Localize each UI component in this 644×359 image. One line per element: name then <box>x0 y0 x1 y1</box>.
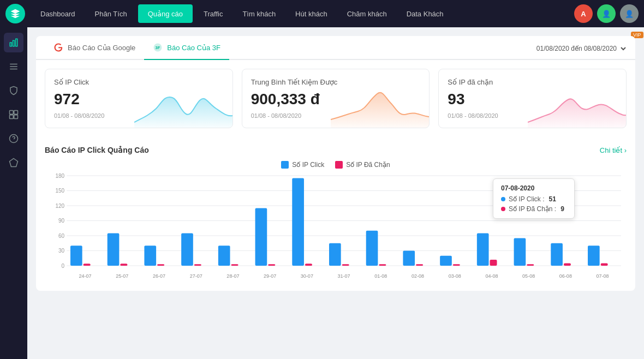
card-so-ip-chan: Số IP đã chặn 93 01/08 - 08/08/2020 <box>438 69 627 128</box>
cards-row: Số IP Click 972 01/08 - 08/08/2020 Trung… <box>36 60 635 137</box>
svg-text:25-07: 25-07 <box>116 273 128 279</box>
nav-hut-khach[interactable]: Hút khách <box>285 0 337 27</box>
svg-rect-1 <box>13 40 15 46</box>
date-range-selector[interactable]: 01/08/2020 đến 08/08/2020 <box>536 45 627 59</box>
legend-blue: Số IP Click <box>281 161 324 169</box>
svg-rect-38 <box>181 233 193 266</box>
svg-rect-44 <box>255 208 267 266</box>
svg-text:30: 30 <box>58 248 65 254</box>
svg-rect-6 <box>10 111 14 115</box>
svg-text:27-07: 27-07 <box>190 273 202 279</box>
svg-text:60: 60 <box>58 233 65 239</box>
nav-phan-tich[interactable]: Phân Tích <box>85 0 137 27</box>
legend-pink-label: Số IP Đã Chặn <box>346 161 390 169</box>
svg-rect-39 <box>194 264 201 266</box>
nav-cham-khach[interactable]: Chăm khách <box>337 0 397 27</box>
legend-blue-dot <box>281 161 289 169</box>
nav-traffic[interactable]: Traffic <box>194 0 232 27</box>
svg-rect-32 <box>108 233 120 266</box>
svg-rect-48 <box>305 264 312 266</box>
svg-text:06-08: 06-08 <box>559 273 572 279</box>
main-layout: Báo Cáo Của Google 3F Báo Cáo Của 3F 01/… <box>0 27 644 359</box>
nav-tim-khach[interactable]: Tìm khách <box>232 0 285 27</box>
svg-rect-50 <box>329 243 341 266</box>
date-range-text: 01/08/2020 đến 08/08/2020 <box>536 45 617 52</box>
svg-rect-68 <box>551 243 563 266</box>
sidebar-icon-list[interactable] <box>4 57 23 76</box>
nav-quang-cao[interactable]: Quảng cáo <box>138 4 193 23</box>
vip-avatar-wrap: 👤 VIP <box>620 4 639 23</box>
user-avatar-vip[interactable]: 👤 <box>620 4 639 23</box>
tab-3f[interactable]: 3F Báo Cáo Của 3F <box>144 36 229 60</box>
svg-rect-8 <box>10 115 14 119</box>
svg-rect-72 <box>601 263 608 266</box>
svg-rect-59 <box>440 256 452 266</box>
tab-google[interactable]: Báo Cáo Của Google <box>45 36 144 60</box>
svg-text:28-07: 28-07 <box>226 273 239 279</box>
content-area: Báo Cáo Của Google 3F Báo Cáo Của 3F 01/… <box>27 27 644 359</box>
svg-rect-65 <box>514 238 526 266</box>
svg-rect-57 <box>416 264 423 266</box>
svg-text:04-08: 04-08 <box>485 273 498 279</box>
svg-rect-69 <box>564 263 571 266</box>
svg-rect-47 <box>292 178 304 266</box>
legend-blue-label: Số IP Click <box>292 161 324 169</box>
nav-items: Dashboard Phân Tích Quảng cáo Traffic Tì… <box>31 0 574 27</box>
svg-text:90: 90 <box>58 218 65 224</box>
svg-text:3F: 3F <box>156 45 160 50</box>
svg-text:03-08: 03-08 <box>449 273 461 279</box>
sidebar-icon-help[interactable] <box>4 129 23 148</box>
chi-tiet-link[interactable]: Chi tiết › <box>600 146 627 154</box>
sidebar-icon-puzzle[interactable] <box>4 105 23 124</box>
svg-rect-0 <box>10 43 11 46</box>
legend-pink: Số IP Đã Chặn <box>335 161 390 169</box>
svg-rect-63 <box>490 260 497 266</box>
svg-text:31-07: 31-07 <box>338 273 350 279</box>
bar-chart-svg: 030609012015018024-0725-0726-0727-0728-0… <box>45 173 627 282</box>
legend-pink-dot <box>335 161 343 169</box>
svg-text:120: 120 <box>55 203 64 209</box>
tab-google-label: Báo Cáo Của Google <box>68 44 135 52</box>
logo <box>5 4 25 23</box>
svg-rect-2 <box>16 39 17 46</box>
top-navigation: Dashboard Phân Tích Quảng cáo Traffic Tì… <box>0 0 644 27</box>
nav-right: A 👤 👤 VIP <box>574 4 639 23</box>
bar-chart-container: 030609012015018024-0725-0726-0727-0728-0… <box>45 173 627 282</box>
chart-header: Báo Cáo IP Click Quảng Cáo Chi tiết › <box>45 146 627 154</box>
svg-text:24-07: 24-07 <box>79 273 92 279</box>
svg-rect-7 <box>14 111 18 115</box>
user-avatar-a[interactable]: A <box>574 4 593 23</box>
svg-text:26-07: 26-07 <box>153 273 165 279</box>
svg-rect-45 <box>268 264 275 266</box>
tab-bar: Báo Cáo Của Google 3F Báo Cáo Của 3F 01/… <box>36 36 635 60</box>
svg-text:0: 0 <box>62 263 65 269</box>
svg-rect-36 <box>157 264 164 266</box>
svg-marker-12 <box>10 159 18 167</box>
svg-text:180: 180 <box>55 173 64 179</box>
svg-rect-9 <box>14 115 18 119</box>
sidebar-icon-diamond[interactable] <box>4 153 23 172</box>
svg-rect-51 <box>342 264 349 266</box>
svg-rect-53 <box>366 231 378 266</box>
svg-rect-66 <box>527 264 534 266</box>
card-so-ip-click: Số IP Click 972 01/08 - 08/08/2020 <box>45 69 233 128</box>
svg-rect-41 <box>218 246 230 266</box>
svg-text:02-08: 02-08 <box>412 273 424 279</box>
sidebar <box>0 27 27 359</box>
svg-rect-56 <box>403 251 415 266</box>
sidebar-icon-shield[interactable] <box>4 81 23 100</box>
svg-rect-30 <box>84 264 91 266</box>
sidebar-icon-bar-chart[interactable] <box>4 33 23 52</box>
svg-rect-60 <box>453 264 460 266</box>
nav-dashboard[interactable]: Dashboard <box>31 0 85 27</box>
svg-rect-35 <box>144 246 156 266</box>
svg-rect-71 <box>588 246 600 266</box>
nav-data-khach[interactable]: Data Khách <box>397 0 454 27</box>
svg-text:07-08: 07-08 <box>597 273 609 279</box>
svg-rect-42 <box>231 264 238 266</box>
card-tiet-kiem: Trung Bình Tiết Kiệm Được 900,333 đ 01/0… <box>242 69 430 128</box>
svg-text:150: 150 <box>55 188 64 194</box>
svg-rect-54 <box>379 264 386 266</box>
user-avatar-b[interactable]: 👤 <box>597 4 616 23</box>
tab-3f-label: Báo Cáo Của 3F <box>167 44 220 52</box>
